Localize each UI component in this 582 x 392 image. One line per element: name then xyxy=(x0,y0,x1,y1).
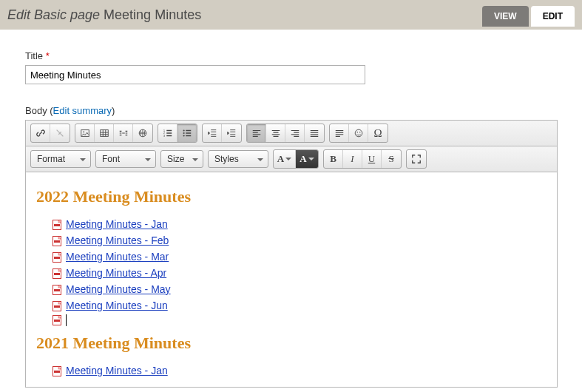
tab-view[interactable]: VIEW xyxy=(482,6,529,27)
pdf-icon xyxy=(53,315,61,325)
svg-text:3: 3 xyxy=(163,135,164,138)
file-list: Meeting Minutes - JanMeeting Minutes - F… xyxy=(36,217,547,326)
list-item[interactable]: Meeting Minutes - Mar xyxy=(53,249,547,265)
svg-point-7 xyxy=(183,129,185,131)
unlink-icon xyxy=(50,124,70,142)
omega-icon[interactable]: Ω xyxy=(368,124,388,142)
pdf-icon xyxy=(53,301,61,311)
list-item[interactable]: Meeting Minutes - Feb xyxy=(53,233,547,249)
required-marker: * xyxy=(46,50,50,61)
format-dropdown[interactable]: Format xyxy=(30,150,91,168)
file-list: Meeting Minutes - Jan xyxy=(36,363,547,379)
remove-format-icon[interactable] xyxy=(330,124,349,142)
svg-point-10 xyxy=(355,129,362,137)
file-link[interactable]: Meeting Minutes - Jan xyxy=(66,217,168,232)
svg-point-8 xyxy=(183,132,185,134)
form-content: Title * Body (Edit summary) 123 xyxy=(0,30,582,392)
tabs: VIEW EDIT xyxy=(482,6,575,27)
svg-point-9 xyxy=(183,135,185,136)
page-title-name: Meeting Minutes xyxy=(104,7,201,22)
edit-summary-link[interactable]: Edit summary xyxy=(53,105,112,116)
toolbar-row-2: Format Font Size Styles A A B I U S xyxy=(26,146,557,172)
styles-dropdown[interactable]: Styles xyxy=(208,150,268,168)
list-item-empty[interactable] xyxy=(53,314,547,326)
background-color-button[interactable]: A xyxy=(296,150,318,168)
horizontal-rule-icon[interactable] xyxy=(114,124,133,142)
rich-text-editor: 123 Ω Format Font Size xyxy=(25,120,558,388)
body-label: Body (Edit summary) xyxy=(25,105,557,116)
maximize-icon[interactable] xyxy=(407,150,426,168)
text-color-button[interactable]: A xyxy=(274,150,296,168)
size-dropdown[interactable]: Size xyxy=(160,150,203,168)
section-heading[interactable]: 2021 Meeting Minutes xyxy=(36,334,547,353)
pdf-icon xyxy=(53,366,61,376)
svg-point-12 xyxy=(359,132,360,132)
italic-button[interactable]: I xyxy=(343,150,362,168)
file-link[interactable]: Meeting Minutes - Apr xyxy=(66,266,166,281)
pdf-icon xyxy=(53,252,61,263)
tab-edit[interactable]: EDIT xyxy=(531,6,575,27)
list-item[interactable]: Meeting Minutes - Jan xyxy=(53,363,547,379)
underline-button[interactable]: U xyxy=(362,150,382,168)
file-link[interactable]: Meeting Minutes - Jun xyxy=(66,298,168,314)
svg-rect-20 xyxy=(54,273,60,275)
image-icon[interactable] xyxy=(75,124,95,142)
ordered-list-icon[interactable]: 123 xyxy=(158,124,177,142)
svg-rect-14 xyxy=(54,224,60,226)
font-dropdown[interactable]: Font xyxy=(95,150,156,168)
align-justify-icon[interactable] xyxy=(305,124,324,142)
align-right-icon[interactable] xyxy=(285,124,305,142)
editor-content[interactable]: 2022 Meeting MinutesMeeting Minutes - Ja… xyxy=(26,172,557,387)
svg-rect-16 xyxy=(54,240,60,243)
page-header: Edit Basic page Meeting Minutes VIEW EDI… xyxy=(0,0,582,30)
table-icon[interactable] xyxy=(95,124,114,142)
title-label: Title * xyxy=(25,50,557,61)
list-item[interactable]: Meeting Minutes - Jun xyxy=(53,298,547,314)
globe-icon[interactable] xyxy=(133,124,152,142)
file-link[interactable]: Meeting Minutes - Jan xyxy=(66,363,168,379)
file-link[interactable]: Meeting Minutes - Feb xyxy=(66,233,169,249)
pdf-icon xyxy=(53,285,61,295)
svg-rect-18 xyxy=(54,257,60,259)
svg-rect-24 xyxy=(54,305,60,308)
section-heading[interactable]: 2022 Meeting Minutes xyxy=(36,187,547,206)
list-item[interactable]: Meeting Minutes - Jan xyxy=(53,217,547,232)
svg-rect-22 xyxy=(54,289,60,291)
link-icon[interactable] xyxy=(31,124,50,142)
bold-button[interactable]: B xyxy=(324,150,343,168)
strike-button[interactable]: S xyxy=(382,150,401,168)
outdent-icon[interactable] xyxy=(203,124,222,142)
list-item[interactable]: Meeting Minutes - May xyxy=(53,282,547,297)
emoji-icon[interactable] xyxy=(349,124,368,142)
pdf-icon xyxy=(53,236,61,246)
svg-point-1 xyxy=(83,131,84,132)
page-title: Edit Basic page Meeting Minutes xyxy=(7,7,201,23)
toolbar-row-1: 123 Ω xyxy=(26,121,557,146)
align-center-icon[interactable] xyxy=(266,124,285,142)
svg-rect-2 xyxy=(100,130,108,137)
pdf-icon xyxy=(53,268,61,279)
page-title-prefix: Edit Basic page xyxy=(7,7,100,22)
svg-rect-28 xyxy=(54,371,60,373)
align-left-icon[interactable] xyxy=(247,124,266,142)
svg-point-11 xyxy=(356,132,357,132)
list-item[interactable]: Meeting Minutes - Apr xyxy=(53,266,547,281)
svg-rect-26 xyxy=(54,320,60,322)
unordered-list-icon[interactable] xyxy=(177,124,197,142)
indent-icon[interactable] xyxy=(222,124,241,142)
title-input[interactable] xyxy=(25,65,365,84)
file-link[interactable]: Meeting Minutes - May xyxy=(66,282,171,297)
file-link[interactable]: Meeting Minutes - Mar xyxy=(66,249,169,265)
pdf-icon xyxy=(53,220,61,230)
text-cursor xyxy=(66,314,67,326)
